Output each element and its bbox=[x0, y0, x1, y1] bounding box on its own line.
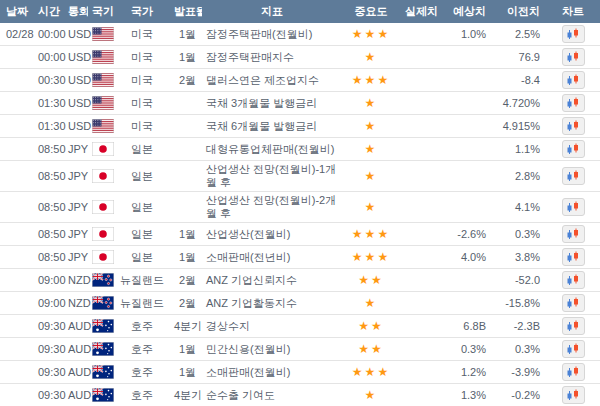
country-cell: 미국 bbox=[114, 115, 170, 138]
release-month-cell: 1월 bbox=[170, 338, 202, 361]
indicator-link[interactable]: ANZ 기업신뢰지수 bbox=[206, 274, 297, 286]
chart-cell bbox=[546, 92, 600, 115]
chart-button[interactable] bbox=[562, 317, 585, 335]
forecast-cell: 4.0% bbox=[444, 246, 492, 269]
indicator-cell: 국채 6개월물 발행금리 bbox=[202, 115, 342, 138]
forecast-cell bbox=[444, 292, 492, 315]
indicator-link[interactable]: 민간신용(전월비) bbox=[206, 343, 290, 355]
indicator-link[interactable]: 산업생산 전망(전월비)-1개월 후 bbox=[206, 163, 336, 188]
table-row: 08:50JPY일본1월산업생산(전월비)★★★-2.6%0.3% bbox=[0, 223, 600, 246]
currency-cell: AUD bbox=[64, 315, 88, 338]
flag-cell bbox=[88, 315, 114, 338]
flag-cell bbox=[88, 246, 114, 269]
previous-cell: -8.4 bbox=[492, 69, 546, 92]
importance-stars: ★★ bbox=[358, 273, 384, 287]
importance-stars: ★★★ bbox=[352, 250, 390, 264]
candlestick-chart-icon bbox=[566, 297, 580, 309]
chart-button[interactable] bbox=[562, 25, 585, 43]
indicator-cell: ANZ 기업신뢰지수 bbox=[202, 269, 342, 292]
chart-button[interactable] bbox=[562, 48, 585, 66]
previous-cell: -0.2% bbox=[492, 384, 546, 406]
forecast-cell bbox=[444, 192, 492, 223]
importance-cell: ★ bbox=[342, 161, 400, 192]
indicator-link[interactable]: 잠정주택판매(전월비) bbox=[206, 28, 312, 40]
actual-cell bbox=[400, 46, 444, 69]
importance-stars: ★★ bbox=[358, 342, 384, 356]
indicator-link[interactable]: 소매판매(전년비) bbox=[206, 251, 290, 263]
release-month-cell bbox=[170, 161, 202, 192]
actual-cell bbox=[400, 161, 444, 192]
column-header-chart: 차트 bbox=[546, 0, 600, 23]
chart-button[interactable] bbox=[562, 294, 585, 312]
indicator-link[interactable]: 국채 3개월물 발행금리 bbox=[206, 97, 317, 109]
indicator-link[interactable]: 국채 6개월물 발행금리 bbox=[206, 120, 317, 132]
chart-button[interactable] bbox=[562, 248, 585, 266]
indicator-link[interactable]: 잠정주택판매지수 bbox=[206, 51, 294, 63]
chart-cell bbox=[546, 384, 600, 406]
importance-stars: ★ bbox=[365, 296, 378, 310]
chart-button[interactable] bbox=[562, 94, 585, 112]
indicator-link[interactable]: ANZ 기업활동지수 bbox=[206, 297, 297, 309]
table-row: 00:00USD미국1월잠정주택판매지수★76.9 bbox=[0, 46, 600, 69]
chart-button[interactable] bbox=[562, 386, 585, 404]
importance-stars: ★ bbox=[365, 169, 378, 183]
chart-button[interactable] bbox=[562, 117, 585, 135]
chart-button[interactable] bbox=[562, 340, 585, 358]
chart-button[interactable] bbox=[562, 140, 585, 158]
importance-cell: ★★★ bbox=[342, 69, 400, 92]
table-row: 09:30AUD호주4분기경상수지★★6.8B-2.3B bbox=[0, 315, 600, 338]
chart-button[interactable] bbox=[562, 167, 585, 185]
importance-cell: ★ bbox=[342, 46, 400, 69]
indicator-link[interactable]: 댈러스연은 제조업지수 bbox=[206, 74, 319, 86]
chart-cell bbox=[546, 338, 600, 361]
currency-cell: NZD bbox=[64, 292, 88, 315]
indicator-cell: 산업생산(전월비) bbox=[202, 223, 342, 246]
indicator-cell: 경상수지 bbox=[202, 315, 342, 338]
indicator-link[interactable]: 산업생산 전망(전월비)-2개월 후 bbox=[206, 194, 336, 219]
forecast-cell: 0.3% bbox=[444, 338, 492, 361]
actual-cell bbox=[400, 69, 444, 92]
chart-cell bbox=[546, 161, 600, 192]
importance-stars: ★★★ bbox=[352, 365, 390, 379]
chart-button[interactable] bbox=[562, 225, 585, 243]
release-month-cell: 2월 bbox=[170, 292, 202, 315]
importance-cell: ★★ bbox=[342, 269, 400, 292]
chart-button[interactable] bbox=[562, 363, 585, 381]
previous-cell: -15.8% bbox=[492, 292, 546, 315]
currency-cell: USD bbox=[64, 115, 88, 138]
economic-calendar: 날짜 시간 통화 국기 국가 발표월 지표 중요도 실제치 예상치 이전치 차트… bbox=[0, 0, 600, 406]
country-cell: 미국 bbox=[114, 92, 170, 115]
country-cell: 미국 bbox=[114, 23, 170, 46]
indicator-link[interactable]: 대형유통업체판매(전월비) bbox=[206, 143, 334, 155]
chart-button[interactable] bbox=[562, 198, 585, 216]
importance-cell: ★★★ bbox=[342, 246, 400, 269]
candlestick-chart-icon bbox=[566, 201, 580, 213]
indicator-link[interactable]: 경상수지 bbox=[206, 320, 250, 332]
time-cell: 09:30 bbox=[34, 315, 64, 338]
country-cell: 일본 bbox=[114, 246, 170, 269]
calendar-body: 02/2800:00USD미국1월잠정주택판매(전월비)★★★1.0%2.5%0… bbox=[0, 23, 600, 406]
column-header-indicator: 지표 bbox=[202, 0, 342, 23]
currency-cell: JPY bbox=[64, 246, 88, 269]
release-month-cell: 4분기 bbox=[170, 315, 202, 338]
indicator-link[interactable]: 순수출 기여도 bbox=[206, 389, 275, 401]
time-cell: 01:30 bbox=[34, 92, 64, 115]
chart-button[interactable] bbox=[562, 271, 585, 289]
currency-cell: USD bbox=[64, 46, 88, 69]
actual-cell bbox=[400, 361, 444, 384]
chart-cell bbox=[546, 115, 600, 138]
importance-cell: ★★ bbox=[342, 338, 400, 361]
currency-cell: JPY bbox=[64, 161, 88, 192]
chart-button[interactable] bbox=[562, 71, 585, 89]
country-cell: 호주 bbox=[114, 361, 170, 384]
previous-cell: -2.3B bbox=[492, 315, 546, 338]
au-flag-icon bbox=[92, 319, 114, 333]
actual-cell bbox=[400, 315, 444, 338]
candlestick-chart-icon bbox=[566, 343, 580, 355]
indicator-link[interactable]: 소매판매(전월비) bbox=[206, 366, 290, 378]
importance-cell: ★ bbox=[342, 292, 400, 315]
date-cell bbox=[0, 292, 34, 315]
jp-flag-icon bbox=[92, 200, 114, 214]
actual-cell bbox=[400, 92, 444, 115]
indicator-link[interactable]: 산업생산(전월비) bbox=[206, 228, 290, 240]
